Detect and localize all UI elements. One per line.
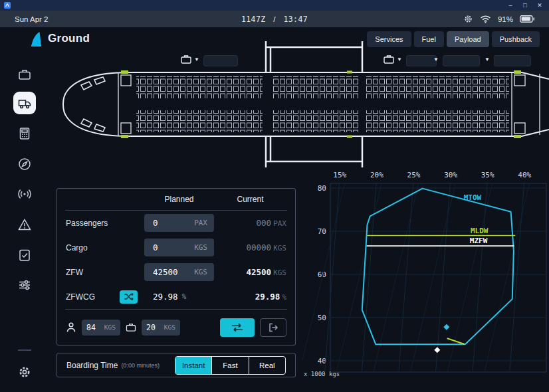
svg-text:40: 40 [318,357,326,365]
calculator-icon [17,126,32,141]
exit-icon [268,322,278,333]
zfw-current: 42500KGS [214,267,286,277]
sidebar-item-settings[interactable] [13,361,36,383]
warning-icon [17,217,32,232]
cargo-planned-value: 0 [153,243,158,252]
boarding-time-label: Boarding Time [66,361,118,370]
window-close-button[interactable]: ✕ [534,0,545,11]
svg-text:x 1000 kgs: x 1000 kgs [304,371,340,377]
row-passengers: Passengers 0 PAX 000PAX [57,211,295,235]
start-boarding-button[interactable] [220,318,255,337]
svg-text:50: 50 [318,314,326,322]
cargo-dropdown-4[interactable]: ▼ [485,55,490,64]
svg-text:MTOW: MTOW [464,193,482,202]
column-header-current: Current [214,195,286,204]
sidebar-item-dispatch[interactable] [13,63,36,86]
svg-text:30%: 30% [444,171,457,179]
sidebar-item-checklists[interactable] [13,244,36,266]
briefcase-icon [126,323,136,332]
zfwcg-planned[interactable]: 29.98 % [144,292,214,302]
sidebar-item-failures[interactable] [13,213,36,236]
truck-icon [17,96,32,110]
transfer-arrows-icon [231,323,244,332]
column-header-planned: Planned [144,195,214,204]
checklist-icon [17,248,32,262]
status-time-utc: 1147Z [241,15,266,24]
zfw-planned-value: 42500 [153,267,178,277]
svg-text:20%: 20% [370,171,384,179]
svg-text:MZFW: MZFW [470,237,488,245]
passengers-planned-unit: PAX [194,219,207,227]
cargo-slot-4[interactable] [494,55,531,66]
zfwcg-label-cell: ZFWCG [66,290,144,304]
window-maximize-button[interactable]: □ [520,0,530,11]
zfw-planned-unit: KGS [194,268,207,276]
svg-text:25%: 25% [407,171,421,179]
passengers-label: Passengers [66,219,144,228]
cargo-slot-2[interactable] [406,55,437,66]
cargo-label: Cargo [66,243,144,252]
wifi-icon [480,15,491,23]
sidebar-item-presets[interactable] [13,274,36,296]
cargo-current: 00000KGS [214,243,286,252]
sidebar-item-navigation[interactable] [13,153,36,175]
zfw-input[interactable]: 42500 KGS [144,263,214,281]
briefcase-icon [181,54,191,64]
efb-logo [29,31,43,50]
svg-text:70: 70 [318,227,326,236]
cg-envelope-chart: 807060504015%20%25%30%35%40%MLDWMZFWMTOW… [302,168,549,382]
cargo-slot-1[interactable] [203,55,238,66]
status-time-separator: / [273,15,276,23]
row-zfwcg: ZFWCG 29.98 % 29.98% [57,284,295,309]
window-title-bar: – □ ✕ [0,0,549,11]
boarding-time-sublabel: (0:00 minutes) [121,362,160,369]
passengers-planned-value: 0 [153,218,158,228]
passengers-current: 000PAX [214,218,286,228]
cargo-dropdown-1[interactable]: ▼ [194,55,199,64]
efb-status-bar: Sun Apr 2 1147Z / 13:47 91% [0,11,549,27]
window-minimize-button[interactable]: – [505,0,516,11]
cargo-slot-3[interactable] [443,55,480,66]
gear-icon [463,14,473,24]
boarding-option-real[interactable]: Real [249,357,285,374]
app-logo-icon [4,2,11,9]
payload-panel: Planned Current Passengers 0 PAX 000PAX … [56,188,296,345]
boarding-option-fast[interactable]: Fast [211,357,248,374]
wing-structures [266,41,362,167]
cargo-dropdown-3[interactable]: ▼ [433,55,439,64]
baggage-icon [17,67,32,82]
passengers-input[interactable]: 0 PAX [144,214,214,232]
svg-text:80: 80 [318,184,326,193]
svg-text:35%: 35% [481,171,494,179]
per-pax-weights-row: 84 KGS 20 KGS [57,310,295,345]
boarding-time-panel: Boarding Time (0:00 minutes) Instant Fas… [56,353,296,377]
zfwcg-toggle-button[interactable] [120,290,138,304]
sidebar-item-atc[interactable] [13,183,36,205]
zfwcg-current: 29.98% [214,292,286,302]
row-cargo: Cargo 0 KGS 00000KGS [57,235,295,260]
cargo-input[interactable]: 0 KGS [144,239,214,256]
sidebar-item-performance[interactable] [13,122,36,145]
sidebar-item-ground[interactable] [13,92,36,114]
cockpit-windows [81,77,105,132]
battery-icon [520,15,534,23]
zfw-label: ZFW [66,268,144,277]
boarding-time-selector: Instant Fast Real [175,356,286,375]
deboard-button[interactable] [260,318,286,337]
svg-text:MLDW: MLDW [471,227,489,235]
seat-rows[interactable] [136,76,509,132]
cargo-planned-unit: KGS [194,243,207,252]
cargo-dropdown-2[interactable]: ▼ [397,55,402,64]
boarding-option-instant[interactable]: Instant [175,357,211,374]
svg-text:15%: 15% [333,171,346,179]
bag-weight-input[interactable]: 20 KGS [142,320,180,336]
row-zfw: ZFW 42500 KGS 42500KGS [57,260,295,284]
shuffle-icon [124,292,134,301]
broadcast-icon [17,187,32,201]
sidebar-divider [18,349,31,351]
zfwcg-label: ZFWCG [66,292,95,302]
gear-icon [17,365,32,379]
briefcase-icon [384,54,394,64]
battery-percent: 91% [498,15,513,23]
pax-weight-input[interactable]: 84 KGS [82,320,120,336]
